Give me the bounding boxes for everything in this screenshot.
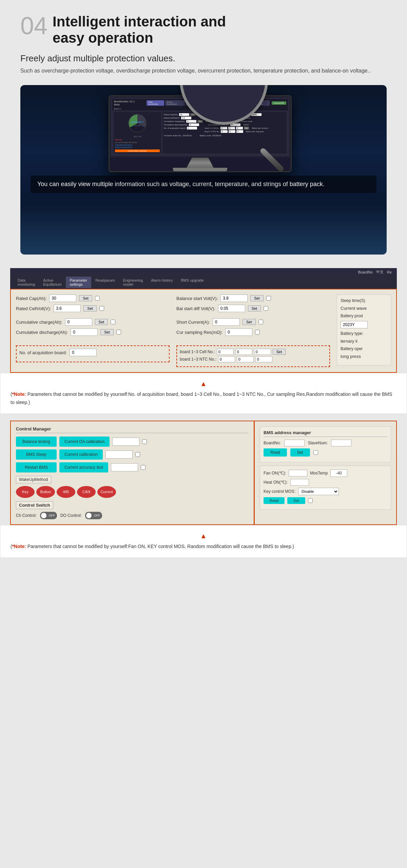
key-mos-select[interactable]: Disable: [298, 488, 339, 495]
wakeup-button-btn[interactable]: Button: [36, 486, 55, 498]
rated-cell-set-btn[interactable]: Set: [83, 305, 97, 311]
ctrl-switch-title: Control Switch: [16, 501, 53, 509]
fan-set-checkbox[interactable]: [308, 498, 313, 503]
bms-addr-title: BMS address manager: [264, 430, 387, 437]
year-input[interactable]: [341, 321, 368, 328]
cell-set-btn[interactable]: Set: [273, 349, 286, 355]
ntc-input-1[interactable]: [218, 356, 235, 362]
tab-alarm[interactable]: Alarm history: [147, 277, 177, 288]
rated-cap-set-btn[interactable]: Set: [79, 295, 92, 301]
wakeup-485-btn[interactable]: 485: [57, 486, 75, 498]
oa-calib-checkbox[interactable]: [142, 439, 147, 444]
fan-set-btn[interactable]: Set: [287, 497, 305, 504]
switch-circle-1: [41, 513, 46, 518]
tab-data-monitoring[interactable]: Datamonitoring: [14, 277, 39, 288]
calib-input[interactable]: [105, 450, 133, 459]
wakeup-section: WakeUpMethod Key Button 485 CAN Current: [16, 476, 249, 498]
bms-addr-set-btn[interactable]: Set: [290, 448, 310, 457]
wakeup-current-btn[interactable]: Current: [97, 486, 116, 498]
battery-prod-label: Battery prod: [341, 314, 363, 318]
section-title: Intelligent interaction and easy operati…: [53, 14, 226, 46]
short-current-label: Short Current(A):: [176, 320, 210, 325]
ch-control-switch[interactable]: OFF: [40, 512, 57, 519]
balance-start-checkbox[interactable]: [266, 296, 271, 301]
refresh-label: Re: [387, 270, 392, 274]
ntc-input-3[interactable]: [255, 356, 272, 362]
cum-discharge-label: Cumulative discharge(Ah):: [16, 330, 68, 335]
rated-cell-label: Rated CellVolt(V):: [16, 306, 51, 311]
accuracy-checkbox[interactable]: [141, 465, 146, 470]
wakeup-key-btn[interactable]: Key: [16, 486, 35, 498]
wakeup-can-btn[interactable]: CAN: [77, 486, 96, 498]
right-panel: BMS address manager BoardNo: SlaveNum: R…: [254, 421, 397, 525]
current-oa-calib-btn[interactable]: Current OA calibration: [59, 437, 110, 447]
bms-sleep-btn[interactable]: BMS Sleep: [16, 449, 57, 460]
short-current-set-btn[interactable]: Set: [243, 319, 256, 325]
cum-discharge-input[interactable]: [71, 328, 98, 336]
ntc-input-2[interactable]: [237, 356, 254, 362]
header-section: 04 Intelligent interaction and easy oper…: [0, 0, 407, 78]
balance-testing-btn[interactable]: Balance testing: [16, 437, 57, 447]
fan-on-input[interactable]: [289, 470, 307, 477]
accuracy-input[interactable]: [111, 463, 138, 471]
bms-top-header: BoardNo 中文 Re: [10, 268, 397, 276]
do-control-switch[interactable]: OFF: [85, 512, 102, 519]
bal-diff-set-btn[interactable]: Set: [248, 305, 261, 311]
short-current-checkbox[interactable]: [258, 320, 263, 324]
cur-sampling-input[interactable]: [225, 328, 252, 336]
ctrl-switch-section: Control Switch Ch Control: OFF DO Contro…: [16, 501, 249, 519]
cum-charge-input[interactable]: [65, 318, 92, 326]
ctrl-row-2: BMS Sleep Current calibration: [16, 449, 249, 460]
control-manager-section: Control Manager Balance testing Current …: [10, 421, 397, 525]
heat-on-input[interactable]: [290, 479, 309, 486]
cell-input-3[interactable]: [254, 349, 271, 355]
no-acq-input[interactable]: [70, 349, 97, 356]
balance-start-set-btn[interactable]: Set: [250, 295, 264, 301]
bms-addr-read-btn[interactable]: Read: [264, 448, 287, 457]
do-control-label: DO Control:: [60, 513, 82, 518]
heat-on-label: Heat ON(℃):: [264, 480, 288, 485]
rated-cap-input[interactable]: [49, 295, 76, 302]
tab-param-settings[interactable]: Parametersettings: [66, 277, 91, 288]
tab-active-eq[interactable]: ActiveEquilibrium: [39, 277, 65, 288]
short-current-input[interactable]: [213, 318, 240, 326]
bms-slave-input[interactable]: [331, 440, 351, 446]
svg-text:SumVolt 46.7 V: SumVolt 46.7 V: [131, 121, 143, 123]
cum-charge-checkbox[interactable]: [111, 320, 115, 324]
bal-diff-input[interactable]: [218, 305, 245, 312]
tab-readparam[interactable]: Readparam: [91, 277, 119, 288]
rated-cell-checkbox[interactable]: [99, 306, 104, 311]
cell-input-2[interactable]: [235, 349, 252, 355]
note-bold-1: *Note:: [12, 391, 26, 397]
bms-parameter-panel: BoardNo 中文 Re Datamonitoring ActiveEquil…: [10, 268, 397, 373]
bal-diff-checkbox[interactable]: [264, 306, 268, 311]
note-text-2: (*Note: Parameters that cannot be modifi…: [11, 543, 396, 551]
cum-discharge-checkbox[interactable]: [116, 330, 121, 335]
rated-cell-input[interactable]: [54, 305, 81, 312]
control-manager-panel: Control Manager Balance testing Current …: [10, 421, 254, 525]
balance-start-label: Balance start Volt(V):: [176, 296, 218, 301]
battery-type-label: Battery type:: [341, 331, 363, 336]
current-accuracy-btn[interactable]: Current accuracy test: [59, 462, 108, 472]
bms-tab-data[interactable]: Data monitoring: [147, 100, 164, 106]
bms-board-no-input[interactable]: [284, 440, 305, 446]
restart-bms-btn[interactable]: Restart BMS: [16, 462, 57, 472]
wakeup-title: WakeUpMethod: [16, 476, 51, 483]
cell-input-1[interactable]: [217, 349, 234, 355]
fan-read-btn[interactable]: Read: [264, 497, 285, 504]
bms-addr-checkbox[interactable]: [313, 450, 318, 455]
ctrl-row-1: Balance testing Current OA calibration: [16, 437, 249, 447]
chinese-label: 中文: [376, 269, 384, 275]
tab-upgrade[interactable]: BMS upgrade: [177, 277, 208, 288]
board-no-label: BoardNo: [358, 270, 373, 274]
oa-calib-input[interactable]: [112, 438, 139, 446]
current-calib-btn[interactable]: Current calibration: [59, 449, 103, 460]
cum-discharge-set-btn[interactable]: Set: [100, 329, 114, 335]
cur-sampling-checkbox[interactable]: [255, 330, 260, 335]
body-text: Such as overcharge-protection voltage, o…: [20, 66, 387, 75]
rated-cap-checkbox[interactable]: [95, 296, 100, 301]
balance-start-input[interactable]: [220, 295, 248, 302]
cum-charge-set-btn[interactable]: Set: [95, 319, 108, 325]
calib-checkbox[interactable]: [135, 452, 140, 457]
tab-engineering[interactable]: Engineeringmodel: [119, 277, 147, 288]
